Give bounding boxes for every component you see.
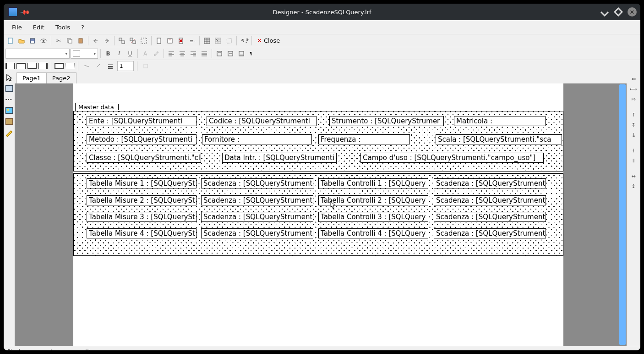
align-v-center-icon[interactable]: ↕ <box>629 121 638 128</box>
ungroup-icon[interactable] <box>128 36 138 46</box>
variables-icon[interactable]: ≡↓ <box>187 36 197 46</box>
delete-page-icon[interactable] <box>176 36 186 46</box>
field-campo[interactable]: Campo d'uso : [SQLQueryStrumenti."campo_… <box>360 153 544 163</box>
align-top-edges-icon[interactable]: ⤒ <box>629 111 638 118</box>
field-classe[interactable]: Classe : [SQLQueryStrumenti."cl <box>87 153 201 163</box>
align-left-icon[interactable] <box>166 49 176 59</box>
titlebar[interactable]: 📌 Designer - ScadenzeSQLQuery.lrf ✕ <box>4 4 640 20</box>
align-center-icon[interactable] <box>177 49 187 59</box>
pointer-tool-icon[interactable] <box>5 73 13 82</box>
open-icon[interactable] <box>16 36 27 46</box>
copy-icon[interactable] <box>65 36 75 46</box>
field-tm2[interactable]: Tabella Misure 2 : [SQLQuerySt <box>87 195 196 205</box>
page-setup-icon[interactable] <box>154 36 164 46</box>
fit-grid-icon[interactable] <box>224 36 234 46</box>
frame-width-combo[interactable]: 1 <box>117 61 134 71</box>
frame-width-icon[interactable] <box>105 61 115 71</box>
space-h-icon[interactable]: ⫲ <box>629 147 638 154</box>
save-icon[interactable] <box>27 36 38 46</box>
space-v-icon[interactable]: ⫴ <box>629 157 638 164</box>
field-tc3[interactable]: Tabella Controlli 3 : [SQLQuery <box>318 212 428 222</box>
underline-icon[interactable]: U <box>125 49 135 59</box>
pin-icon[interactable]: 📌 <box>20 6 30 17</box>
detail-band[interactable]: Tabella Misure 1 : [SQLQuerySt Scadenza … <box>73 173 563 256</box>
same-height-icon[interactable]: ↕ <box>629 183 638 190</box>
field-sc2[interactable]: Scadenza : [SQLQueryStrument <box>201 195 313 205</box>
field-tm1[interactable]: Tabella Misure 1 : [SQLQuerySt <box>87 178 196 188</box>
group-icon[interactable] <box>117 36 127 46</box>
grid-icon[interactable] <box>202 36 212 46</box>
spacing-icon[interactable] <box>141 61 151 71</box>
minimize-button[interactable] <box>600 7 609 17</box>
field-tm4[interactable]: Tabella Misure 4 : [SQLQuerySt <box>87 228 196 238</box>
text-tool-icon[interactable] <box>5 84 13 93</box>
preview-icon[interactable] <box>38 36 49 46</box>
field-dataintr[interactable]: Data Intr. : [SQLQueryStrumenti <box>222 153 337 163</box>
field-codice[interactable]: Codice : [SQLQueryStrumenti <box>207 116 317 126</box>
redo-icon[interactable] <box>102 36 112 46</box>
band-tool-icon[interactable] <box>5 95 13 104</box>
align-left-edges-icon[interactable]: ⤆ <box>629 75 638 83</box>
field-tc4[interactable]: Tabella Controlli 4 : [SQLQuery <box>318 228 428 238</box>
field-tc2[interactable]: Tabella Controlli 2 : [SQLQuery <box>318 195 428 205</box>
valign-top-icon[interactable] <box>214 49 224 59</box>
master-data-band[interactable]: Ente : [SQLQueryStrumenti Codice : [SQLQ… <box>73 111 563 171</box>
canvas-scroll[interactable]: Master data Ente : [SQLQueryStrumenti Co… <box>15 83 618 346</box>
menu-edit[interactable]: Edit <box>28 22 49 33</box>
image-tool-icon[interactable] <box>5 106 13 115</box>
field-metodo[interactable]: Metodo : [SQLQueryStrumenti <box>87 134 196 144</box>
border-top-icon[interactable] <box>16 63 26 69</box>
field-ente[interactable]: Ente : [SQLQueryStrumenti <box>87 116 196 126</box>
whats-this-icon[interactable]: ↖? <box>239 36 249 46</box>
same-width-icon[interactable]: ↔ <box>629 172 638 180</box>
border-left-icon[interactable] <box>5 63 15 69</box>
maximize-button[interactable] <box>614 7 623 17</box>
close-button[interactable]: ✕Close <box>254 37 283 44</box>
font-combo[interactable]: ▾ <box>5 49 70 59</box>
field-sc2b[interactable]: Scadenza : [SQLQueryStrument <box>434 195 546 205</box>
border-none-icon[interactable] <box>65 63 75 69</box>
report-page[interactable]: Master data Ente : [SQLQueryStrumenti Co… <box>73 83 563 346</box>
align-h-center-icon[interactable]: ⟷ <box>629 85 638 93</box>
tab-page1[interactable]: Page1 <box>16 72 47 83</box>
align-right-icon[interactable] <box>188 49 198 59</box>
vertical-scrollbar[interactable] <box>619 84 626 345</box>
report-settings-icon[interactable] <box>165 36 175 46</box>
draw-tool-icon[interactable] <box>5 128 13 137</box>
italic-icon[interactable]: I <box>114 49 124 59</box>
field-frequenza[interactable]: Frequenza : <box>318 134 410 144</box>
field-sc4b[interactable]: Scadenza : [SQLQueryStrument <box>434 228 546 238</box>
frame-color-icon[interactable] <box>93 61 104 71</box>
field-strumento[interactable]: Strumento : [SQLQueryStrumer <box>329 116 444 126</box>
menu-help[interactable]: ? <box>76 22 89 33</box>
field-matricola[interactable]: Matricola : <box>454 116 546 126</box>
valign-middle-icon[interactable] <box>225 49 235 59</box>
align-right-edges-icon[interactable]: ⤇ <box>629 95 638 103</box>
select-all-icon[interactable] <box>139 36 149 46</box>
paste-icon[interactable] <box>76 36 86 46</box>
frame-style-icon[interactable] <box>82 61 92 71</box>
field-sc3b[interactable]: Scadenza : [SQLQueryStrument <box>434 212 546 222</box>
align-justify-icon[interactable] <box>199 49 209 59</box>
align-bottom-edges-icon[interactable]: ⤓ <box>629 131 638 138</box>
menu-tools[interactable]: Tools <box>51 22 75 33</box>
border-all-icon[interactable] <box>55 63 64 69</box>
tab-page2[interactable]: Page2 <box>46 72 76 83</box>
undo-icon[interactable] <box>91 36 101 46</box>
field-tc1[interactable]: Tabella Controlli 1 : [SQLQuery <box>318 178 428 188</box>
font-size-combo[interactable]: ▾ <box>71 49 98 59</box>
menu-file[interactable]: File <box>7 22 27 33</box>
field-sc4[interactable]: Scadenza : [SQLQueryStrument <box>201 228 313 238</box>
field-fornitore[interactable]: Fornitore : <box>202 134 312 144</box>
snap-grid-icon[interactable] <box>213 36 223 46</box>
field-sc1[interactable]: Scadenza : [SQLQueryStrument <box>201 178 313 188</box>
field-sc1b[interactable]: Scadenza : [SQLQueryStrument <box>434 178 546 188</box>
close-window-button[interactable]: ✕ <box>628 7 637 17</box>
text-direction-icon[interactable]: ¶ <box>247 49 257 59</box>
band-master-data-label[interactable]: Master data <box>75 103 117 111</box>
border-bottom-icon[interactable] <box>27 63 37 69</box>
field-sc3[interactable]: Scadenza : [SQLQueryStrument <box>201 212 313 222</box>
border-right-icon[interactable] <box>38 63 48 69</box>
subreport-tool-icon[interactable] <box>5 117 13 126</box>
cut-icon[interactable]: ✂ <box>54 36 64 46</box>
